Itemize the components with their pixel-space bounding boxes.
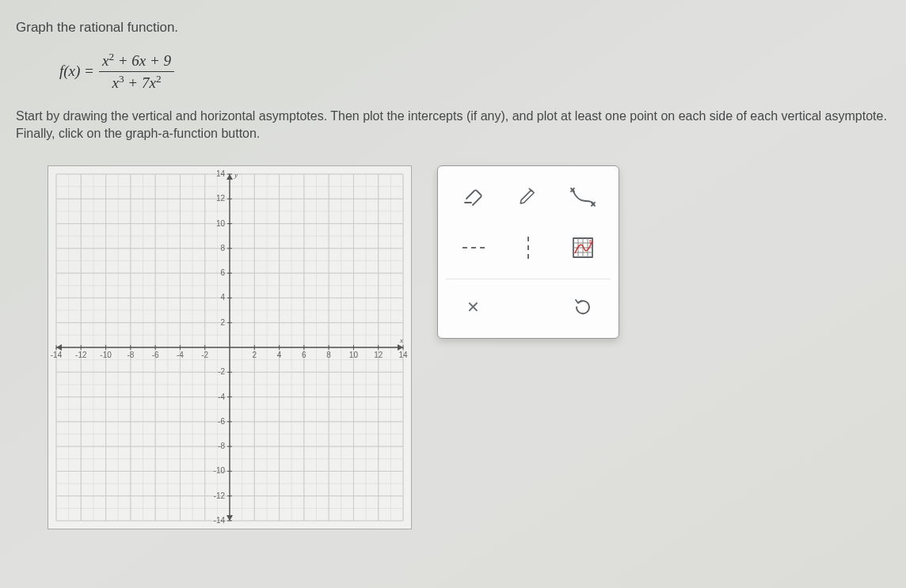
svg-text:10: 10 [216,219,226,228]
horizontal-asymptote-icon [463,247,485,248]
equation-lhs: f(x) = [59,63,94,80]
curve-tool-icon [569,185,596,209]
svg-marker-93 [226,515,233,521]
work-area: -14-12-10-8-6-4-22468101214-14-12-10-8-6… [48,165,890,529]
eraser-tool[interactable] [451,179,496,215]
svg-text:-2: -2 [201,351,208,359]
tool-row-2: fx [446,225,611,271]
close-icon: ✕ [466,298,480,317]
pencil-tool[interactable] [506,179,550,215]
svg-text:-4: -4 [177,351,184,359]
svg-text:-2: -2 [218,367,225,376]
reset-icon [573,298,592,317]
pencil-icon [517,186,539,208]
svg-text:2: 2 [253,351,257,359]
svg-text:fx: fx [589,239,594,245]
svg-text:12: 12 [374,351,383,359]
svg-text:6: 6 [220,268,225,277]
svg-text:4: 4 [220,294,225,302]
eraser-icon [462,188,485,207]
fraction-denominator: x3 + 7x2 [109,72,165,93]
svg-text:-12: -12 [214,491,226,500]
graph-canvas[interactable]: -14-12-10-8-6-4-22468101214-14-12-10-8-6… [48,165,412,529]
svg-text:2: 2 [220,318,225,327]
svg-text:y: y [234,171,238,179]
graph-a-function-tool[interactable]: fx [561,230,605,266]
svg-text:-14: -14 [214,516,226,525]
tool-row-3: ✕ [446,279,611,330]
equation: f(x) = x2 + 6x + 9 x3 + 7x2 [59,50,890,93]
prompt-title: Graph the rational function. [16,20,890,36]
svg-marker-90 [398,344,403,351]
svg-text:8: 8 [326,351,331,359]
curve-tool[interactable] [561,179,605,215]
clear-button[interactable]: ✕ [451,289,496,325]
horizontal-asymptote-tool[interactable] [451,230,496,266]
svg-text:-6: -6 [152,351,159,359]
svg-text:-8: -8 [218,442,225,450]
svg-text:-6: -6 [218,417,225,426]
svg-text:12: 12 [216,194,226,203]
svg-text:10: 10 [349,351,359,359]
instructions-text: Start by drawing the vertical and horizo… [16,108,887,142]
svg-text:14: 14 [216,169,226,178]
svg-text:4: 4 [277,351,282,359]
svg-text:x: x [399,336,403,344]
graph-a-function-icon: fx [571,236,595,260]
svg-text:-4: -4 [218,393,225,401]
toolbox-panel: fx ✕ [437,165,619,339]
equation-fraction: x2 + 6x + 9 x3 + 7x2 [99,50,174,93]
vertical-asymptote-tool[interactable] [506,230,550,266]
svg-text:-10: -10 [214,467,226,476]
svg-text:-14: -14 [51,351,63,359]
fraction-numerator: x2 + 6x + 9 [99,50,174,71]
svg-text:-8: -8 [127,351,134,359]
svg-text:-10: -10 [100,351,112,359]
vertical-asymptote-icon [527,237,529,259]
svg-text:14: 14 [398,351,408,359]
svg-marker-91 [56,344,62,351]
reset-button[interactable] [561,289,605,325]
svg-text:6: 6 [302,351,306,359]
svg-marker-92 [226,174,233,180]
tool-row-1 [446,174,611,220]
svg-text:-12: -12 [75,351,87,359]
svg-text:8: 8 [220,244,225,252]
